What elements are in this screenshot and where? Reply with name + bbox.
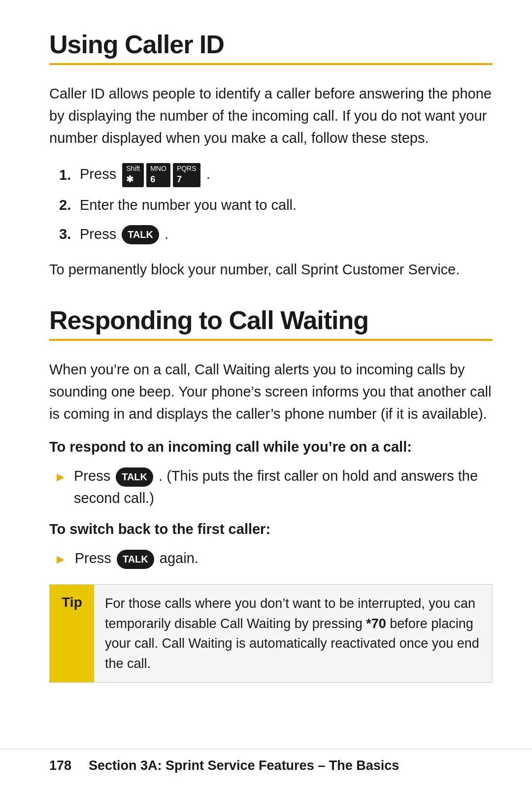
sub1-bullet-content: Press TALK . (This puts the first caller… <box>74 465 493 509</box>
key-talk-step3: TALK <box>122 225 159 244</box>
section1-footer: To permanently block your number, call S… <box>49 259 493 281</box>
step3-num: 3. <box>59 223 74 245</box>
section2-title: Responding to Call Waiting <box>49 305 493 335</box>
sub1-heading: To respond to an incoming call while you… <box>49 439 493 455</box>
step3-content: Press TALK . <box>80 223 168 245</box>
tip-bold: *70 <box>363 616 386 631</box>
section1-intro: Caller ID allows people to identify a ca… <box>49 83 493 149</box>
arrow-icon-2: ► <box>54 549 67 569</box>
sub2-bullet-item: ► Press TALK again. <box>54 547 493 569</box>
key-talk-sub2: TALK <box>117 550 154 569</box>
key-talk-sub1: TALK <box>116 467 153 487</box>
sub2-again: again. <box>160 550 199 566</box>
footer-page-num: 178 <box>49 758 89 773</box>
sub1-press: Press <box>74 468 114 484</box>
page-footer: 178 Section 3A: Sprint Service Features … <box>0 749 532 773</box>
step2-num: 2. <box>59 194 74 216</box>
step3-text-before: Press <box>80 226 120 242</box>
sub2-press: Press <box>75 550 115 566</box>
step2-text: Enter the number you want to call. <box>80 194 297 216</box>
steps-list: 1. Press Shift ✱ MNO 6 PQRS 7 <box>59 163 493 245</box>
step1-text-before: Press <box>80 166 120 182</box>
section2: Responding to Call Waiting When you’re o… <box>49 305 493 683</box>
key-mno6: MNO 6 <box>146 163 170 187</box>
step-3: 3. Press TALK . <box>59 223 493 245</box>
section2-intro: When you’re on a call, Call Waiting aler… <box>49 359 493 425</box>
step1-content: Press Shift ✱ MNO 6 PQRS 7 . <box>80 163 210 187</box>
step3-period: . <box>165 226 168 242</box>
step1-keys: Shift ✱ MNO 6 PQRS 7 <box>122 163 200 187</box>
tip-label: Tip <box>50 585 94 682</box>
step-2: 2. Enter the number you want to call. <box>59 194 493 216</box>
step1-period: . <box>206 166 210 182</box>
sub2-bullet-content: Press TALK again. <box>75 547 199 569</box>
section2-underline <box>49 339 493 341</box>
sub2-heading: To switch back to the first caller: <box>49 521 493 537</box>
tip-box: Tip For those calls where you don’t want… <box>49 584 493 683</box>
sub1-bullet-item: ► Press TALK . (This puts the first call… <box>54 465 493 509</box>
section1-underline <box>49 63 493 65</box>
step-1: 1. Press Shift ✱ MNO 6 PQRS 7 <box>59 163 493 187</box>
arrow-icon-1: ► <box>54 467 66 487</box>
tip-content: For those calls where you don’t want to … <box>94 585 492 682</box>
section1-title: Using Caller ID <box>49 30 493 59</box>
key-pqrs7: PQRS 7 <box>173 163 200 187</box>
sub1-bullets: ► Press TALK . (This puts the first call… <box>54 465 493 509</box>
step1-num: 1. <box>59 164 74 186</box>
key-shift-star: Shift ✱ <box>122 163 144 187</box>
sub2-bullets: ► Press TALK again. <box>54 547 493 569</box>
footer-section-text: Section 3A: Sprint Service Features – Th… <box>89 758 399 773</box>
